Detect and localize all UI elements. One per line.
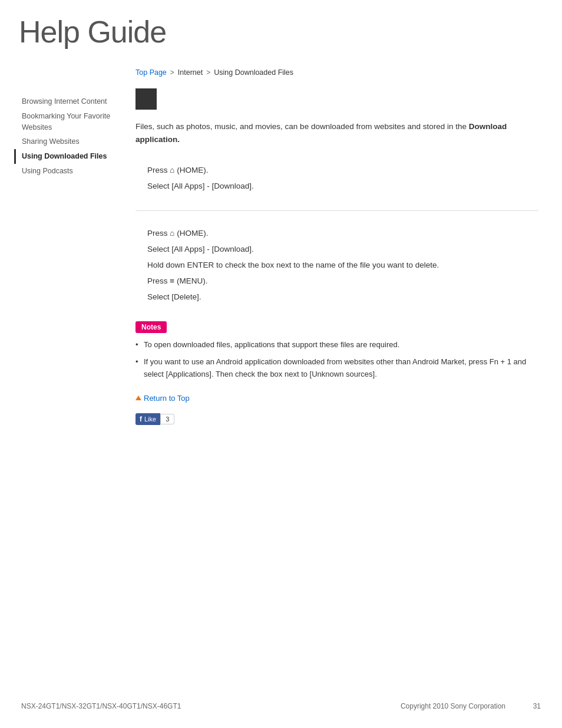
sidebar-item-downloaded[interactable]: Using Downloaded Files: [14, 149, 114, 164]
sidebar-item-bookmarking[interactable]: Bookmarking Your Favorite Websites: [14, 109, 114, 135]
breadcrumb-current: Using Downloaded Files: [214, 68, 293, 77]
step-2-5: Select [Delete].: [147, 289, 538, 305]
return-to-top-link[interactable]: Return to Top: [144, 394, 190, 403]
step-2-2: Select [All Apps] - [Download].: [147, 241, 538, 257]
breadcrumb-sep2: >: [206, 68, 210, 77]
page-icon: [135, 88, 157, 110]
notes-badge: Notes: [135, 321, 167, 333]
intro-text: Files, such as photos, music, and movies…: [135, 120, 536, 146]
return-to-top: Return to Top: [135, 394, 538, 403]
fb-like-button[interactable]: f Like: [135, 413, 160, 425]
breadcrumb-sep1: >: [170, 68, 174, 77]
note-item-2: If you want to use an Android applicatio…: [135, 356, 538, 381]
step-2-1: Press ⌂ (HOME).: [147, 225, 538, 241]
notes-list: To open downloaded files, applications t…: [135, 339, 538, 380]
step-1-2: Select [All Apps] - [Download].: [147, 178, 538, 194]
notes-section: Notes To open downloaded files, applicat…: [135, 321, 538, 380]
section-1: Press ⌂ (HOME). Select [All Apps] - [Dow…: [135, 162, 538, 194]
section-divider: [135, 210, 538, 211]
page-title: Help Guide: [19, 14, 543, 50]
intro-bold: Download application.: [135, 122, 507, 144]
step-2-4: Press ≡ (MENU).: [147, 273, 538, 289]
like-count: 3: [160, 414, 174, 424]
step-1-1: Press ⌂ (HOME).: [147, 162, 538, 178]
breadcrumb: Top Page > Internet > Using Downloaded F…: [135, 68, 538, 77]
like-label: Like: [144, 416, 156, 423]
like-section: f Like 3: [135, 413, 538, 425]
page-header: Help Guide: [0, 0, 562, 59]
breadcrumb-top-page[interactable]: Top Page: [135, 68, 167, 77]
footer-page-number: 31: [517, 702, 541, 710]
fb-logo: f: [140, 415, 142, 423]
note-item-1: To open downloaded files, applications t…: [135, 339, 538, 351]
sidebar: Browsing Internet Content Bookmarking Yo…: [0, 59, 124, 466]
section-2: Press ⌂ (HOME). Select [All Apps] - [Dow…: [135, 225, 538, 305]
footer-copyright: Copyright 2010 Sony Corporation: [181, 702, 505, 710]
sidebar-item-browsing[interactable]: Browsing Internet Content: [14, 94, 114, 109]
triangle-icon: [135, 396, 141, 400]
content-area: Top Page > Internet > Using Downloaded F…: [124, 59, 562, 466]
sidebar-item-sharing[interactable]: Sharing Websites: [14, 134, 114, 149]
page-footer: NSX-24GT1/NSX-32GT1/NSX-40GT1/NSX-46GT1 …: [0, 702, 562, 710]
footer-model: NSX-24GT1/NSX-32GT1/NSX-40GT1/NSX-46GT1: [21, 702, 181, 710]
breadcrumb-internet: Internet: [178, 68, 203, 77]
sidebar-item-podcasts[interactable]: Using Podcasts: [14, 164, 114, 179]
step-2-3: Hold down ENTER to check the box next to…: [147, 257, 538, 273]
main-layout: Browsing Internet Content Bookmarking Yo…: [0, 59, 562, 466]
